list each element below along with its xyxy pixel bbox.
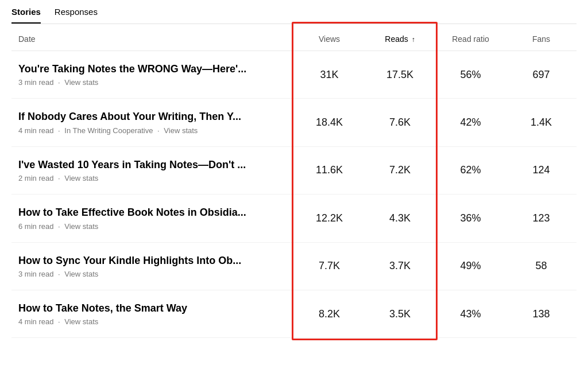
story-readratio: 62% (435, 146, 506, 194)
story-title: You're Taking Notes the WRONG Way—Here'.… (18, 63, 287, 76)
story-fans: 697 (506, 51, 577, 99)
story-meta: 2 min read · View stats (18, 174, 287, 182)
story-title: How to Sync Your Kindle Highlights Into … (18, 254, 287, 267)
story-title-cell: If Nobody Cares About Your Writing, Then… (11, 99, 294, 146)
view-stats-link[interactable]: View stats (64, 78, 98, 87)
story-fans: 123 (506, 195, 577, 242)
story-readratio: 42% (435, 99, 506, 146)
story-meta: 3 min read · View stats (18, 78, 287, 87)
read-time: 3 min read (18, 270, 53, 278)
story-fans: 138 (506, 290, 577, 337)
table-row: If Nobody Cares About Your Writing, Then… (11, 99, 577, 146)
col-header-fans: Fans (506, 24, 577, 51)
story-title-cell: You're Taking Notes the WRONG Way—Here'.… (11, 51, 294, 99)
read-time: 6 min read (18, 222, 53, 231)
col-header-views[interactable]: Views (294, 24, 365, 51)
story-views: 12.2K (294, 195, 365, 242)
story-meta: 6 min read · View stats (18, 222, 287, 231)
story-title: If Nobody Cares About Your Writing, Then… (18, 110, 287, 123)
story-reads: 3.7K (365, 242, 435, 290)
story-readratio: 43% (435, 290, 506, 337)
story-readratio: 49% (435, 242, 506, 290)
tab-stories[interactable]: Stories (11, 7, 41, 24)
publication: In The Writing Cooperative (64, 126, 153, 135)
story-views: 7.7K (294, 242, 365, 290)
view-stats-link[interactable]: View stats (64, 174, 98, 182)
story-views: 8.2K (294, 290, 365, 337)
story-fans: 124 (506, 146, 577, 194)
story-reads: 4.3K (365, 195, 435, 242)
read-time: 2 min read (18, 174, 53, 182)
col-header-reads[interactable]: Reads ↑ (365, 24, 435, 51)
story-reads: 7.6K (365, 99, 435, 146)
view-stats-link[interactable]: View stats (64, 317, 98, 326)
story-reads: 17.5K (365, 51, 435, 99)
tabs-bar: Stories Responses (11, 0, 577, 24)
col-header-readratio: Read ratio (435, 24, 506, 51)
view-stats-link[interactable]: View stats (64, 270, 98, 278)
story-reads: 7.2K (365, 146, 435, 194)
story-meta: 3 min read · View stats (18, 270, 287, 278)
story-title: How to Take Effective Book Notes in Obsi… (18, 206, 287, 219)
table-row: How to Take Effective Book Notes in Obsi… (11, 195, 577, 242)
story-meta: 4 min read · In The Writing Cooperative … (18, 126, 287, 135)
story-title-cell: I've Wasted 10 Years in Taking Notes—Don… (11, 146, 294, 194)
view-stats-link[interactable]: View stats (64, 222, 98, 231)
story-meta: 4 min read · View stats (18, 317, 287, 326)
table-row: You're Taking Notes the WRONG Way—Here'.… (11, 51, 577, 99)
story-reads: 3.5K (365, 290, 435, 337)
tab-responses[interactable]: Responses (55, 7, 98, 24)
table-row: How to Take Notes, the Smart Way 4 min r… (11, 290, 577, 337)
story-title-cell: How to Take Notes, the Smart Way 4 min r… (11, 290, 294, 337)
table-wrapper: Date Views Reads ↑ Read ratio Fans (11, 24, 577, 338)
table-row: How to Sync Your Kindle Highlights Into … (11, 242, 577, 290)
stories-table: Date Views Reads ↑ Read ratio Fans (11, 24, 577, 338)
story-title: I've Wasted 10 Years in Taking Notes—Don… (18, 158, 287, 172)
story-readratio: 56% (435, 51, 506, 99)
story-fans: 58 (506, 242, 577, 290)
story-views: 31K (294, 51, 365, 99)
table-row: I've Wasted 10 Years in Taking Notes—Don… (11, 146, 577, 194)
read-time: 3 min read (18, 78, 53, 87)
story-readratio: 36% (435, 195, 506, 242)
sort-icon: ↑ (412, 36, 415, 44)
story-title-cell: How to Take Effective Book Notes in Obsi… (11, 195, 294, 242)
story-views: 11.6K (294, 146, 365, 194)
view-stats-link[interactable]: View stats (164, 126, 198, 135)
story-fans: 1.4K (506, 99, 577, 146)
page-container: Stories Responses Date Views Reads ↑ (0, 0, 588, 377)
read-time: 4 min read (18, 317, 53, 326)
read-time: 4 min read (18, 126, 53, 135)
col-header-date: Date (11, 24, 294, 51)
story-views: 18.4K (294, 99, 365, 146)
story-title: How to Take Notes, the Smart Way (18, 302, 287, 315)
story-title-cell: How to Sync Your Kindle Highlights Into … (11, 242, 294, 290)
